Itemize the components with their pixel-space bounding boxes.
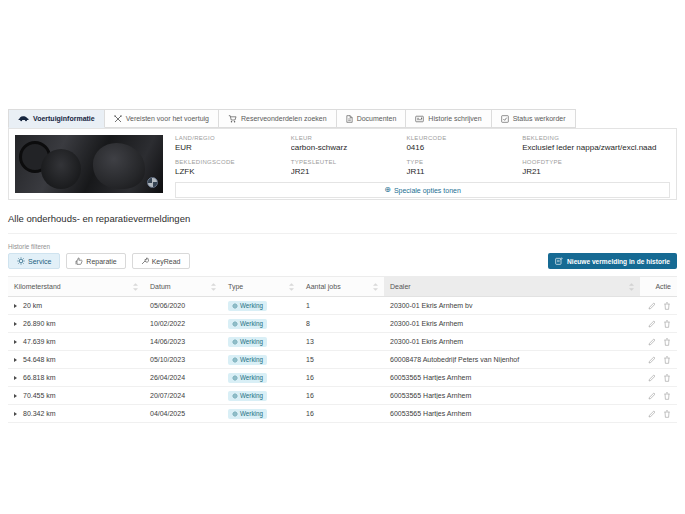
cell-datum: 05/06/2020	[144, 302, 222, 309]
column-header-kilometerstand[interactable]: Kilometerstand	[8, 277, 144, 296]
edit-icon[interactable]	[648, 356, 656, 364]
document-icon	[346, 115, 353, 123]
tab-bar: Voertuiginformatie Vereisten voor het vo…	[8, 109, 677, 128]
cell-actie	[640, 320, 677, 328]
delete-icon[interactable]	[663, 302, 671, 310]
tab-status-werkorder[interactable]: Status werkorder	[492, 109, 576, 128]
tab-voertuiginformatie[interactable]: Voertuiginformatie	[8, 109, 105, 128]
delete-icon[interactable]	[663, 338, 671, 346]
column-label: Kilometerstand	[14, 283, 61, 290]
tab-label: Status werkorder	[513, 115, 566, 122]
vehicle-fields: LAND/REGIO EUR KLEUR carbon-schwarz KLEU…	[175, 135, 670, 193]
expand-row-icon[interactable]	[14, 322, 17, 326]
field-value: 0416	[406, 143, 516, 152]
filter-chip-service[interactable]: Service	[8, 253, 60, 269]
tab-documenten[interactable]: Documenten	[337, 109, 407, 128]
sort-icon	[629, 283, 634, 291]
field-label: BEKLEDING	[522, 135, 670, 141]
table-row: 70.455 km 20/07/2024 Werking 16 60053565…	[8, 387, 677, 405]
tab-historie-schrijven[interactable]: Historie schrijven	[406, 109, 491, 128]
kilometer-value: 54.648 km	[23, 356, 56, 363]
edit-icon[interactable]	[648, 374, 656, 382]
field-hoofdtype: HOOFDTYPE JR21	[522, 159, 670, 176]
column-label: Actie	[655, 283, 671, 290]
gear-icon	[17, 257, 25, 265]
delete-icon[interactable]	[663, 392, 671, 400]
cell-kilometerstand: 20 km	[8, 302, 144, 309]
filter-label: Historie filteren	[8, 243, 677, 250]
column-header-datum[interactable]: Datum	[144, 277, 222, 296]
cell-datum: 26/04/2024	[144, 374, 222, 381]
cell-dealer: 60053565 Hartjes Arnhem	[384, 392, 640, 399]
expand-row-icon[interactable]	[14, 376, 17, 380]
kilometer-value: 80.342 km	[23, 410, 56, 417]
kilometer-value: 26.890 km	[23, 320, 56, 327]
gear-icon	[232, 357, 238, 363]
field-value: JR21	[291, 167, 401, 176]
delete-icon[interactable]	[663, 356, 671, 364]
expand-row-icon[interactable]	[14, 358, 17, 362]
table-row: 47.639 km 14/06/2023 Werking 13 20300-01…	[8, 333, 677, 351]
cell-actie	[640, 302, 677, 310]
cell-dealer: 60053565 Hartjes Arnhem	[384, 410, 640, 417]
cell-dealer: 60008478 Autobedrijf Peters van Nijenhof	[384, 356, 640, 363]
filter-chip-keyread[interactable]: KeyRead	[132, 253, 190, 269]
kilometer-value: 70.455 km	[23, 392, 56, 399]
car-icon	[18, 115, 29, 122]
field-label: HOOFDTYPE	[522, 159, 670, 165]
gear-icon	[232, 375, 238, 381]
edit-icon[interactable]	[648, 392, 656, 400]
tab-vereisten-voertuig[interactable]: Vereisten voor het voertuig	[105, 109, 219, 128]
new-history-entry-label: Nieuwe vermelding in de historie	[567, 258, 670, 265]
delete-icon[interactable]	[663, 374, 671, 382]
delete-icon[interactable]	[663, 410, 671, 418]
history-table: Kilometerstand Datum Type Aantal jobs De…	[8, 276, 677, 423]
type-badge: Werking	[228, 391, 267, 401]
edit-icon[interactable]	[648, 410, 656, 418]
filter-chips: Service Reparatie KeyRead	[8, 253, 190, 269]
history-section-heading: Alle onderhouds- en reparatievermeldinge…	[8, 213, 677, 234]
column-header-type[interactable]: Type	[222, 277, 300, 296]
column-header-dealer[interactable]: Dealer	[384, 277, 640, 296]
wrench-icon	[141, 257, 149, 265]
new-history-entry-button[interactable]: Nieuwe vermelding in de historie	[548, 253, 677, 269]
brand-roundel-icon	[147, 177, 158, 188]
column-label: Dealer	[390, 283, 411, 290]
expand-row-icon[interactable]	[14, 340, 17, 344]
cell-kilometerstand: 26.890 km	[8, 320, 144, 327]
filter-row: Service Reparatie KeyRead	[8, 253, 677, 269]
filter-chip-label: Reparatie	[86, 258, 116, 265]
cell-kilometerstand: 47.639 km	[8, 338, 144, 345]
kilometer-value: 66.818 km	[23, 374, 56, 381]
sort-icon	[133, 283, 138, 291]
cell-actie	[640, 338, 677, 346]
expand-row-icon[interactable]	[14, 412, 17, 416]
delete-icon[interactable]	[663, 320, 671, 328]
field-kleur: KLEUR carbon-schwarz	[291, 135, 401, 152]
edit-icon[interactable]	[648, 320, 656, 328]
sort-icon	[373, 283, 378, 291]
column-header-aantal-jobs[interactable]: Aantal jobs	[300, 277, 384, 296]
type-badge: Werking	[228, 319, 267, 329]
expand-row-icon[interactable]	[14, 304, 17, 308]
type-badge: Werking	[228, 355, 267, 365]
vehicle-fields-grid: LAND/REGIO EUR KLEUR carbon-schwarz KLEU…	[175, 135, 670, 176]
cell-actie	[640, 410, 677, 418]
tab-label: Documenten	[357, 115, 397, 122]
cell-dealer: 20300-01 Ekris Arnhem bv	[384, 302, 640, 309]
filter-chip-reparatie[interactable]: Reparatie	[66, 253, 125, 269]
tab-label: Historie schrijven	[428, 115, 481, 122]
edit-icon[interactable]	[648, 338, 656, 346]
column-label: Type	[228, 283, 243, 290]
tools-icon	[114, 115, 122, 123]
field-value: JR11	[406, 167, 516, 176]
filter-chip-label: KeyRead	[152, 258, 181, 265]
vehicle-portal: Voertuiginformatie Vereisten voor het vo…	[0, 109, 685, 423]
kilometer-value: 20 km	[23, 302, 42, 309]
edit-icon[interactable]	[648, 302, 656, 310]
field-value: JR21	[522, 167, 670, 176]
special-options-toggle[interactable]: ⊕ Speciale opties tonen	[175, 182, 670, 198]
expand-row-icon[interactable]	[14, 394, 17, 398]
tab-label: Voertuiginformatie	[33, 115, 95, 122]
tab-reserveonderdelen[interactable]: Reserveonderdelen zoeken	[219, 109, 337, 128]
